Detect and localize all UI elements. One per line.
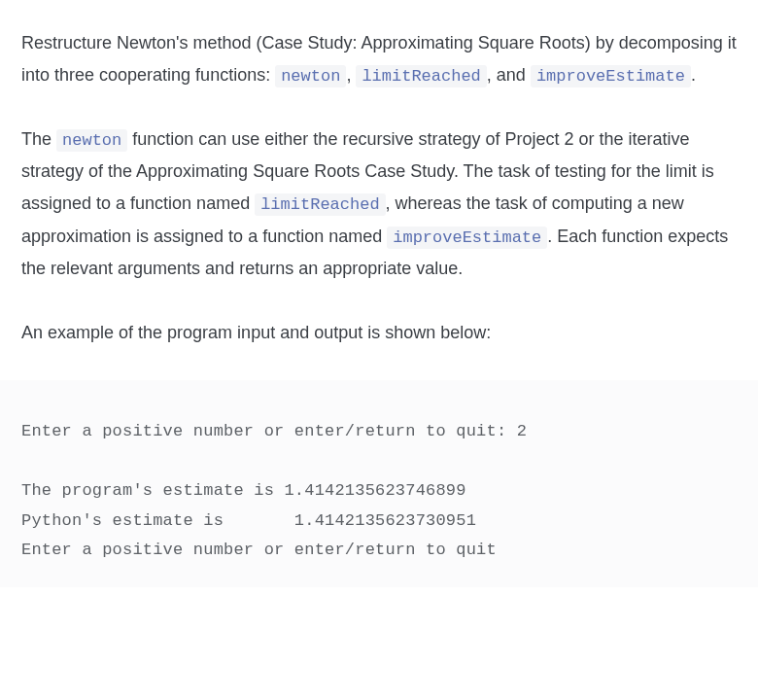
- instruction-paragraph-3: An example of the program input and outp…: [21, 317, 737, 349]
- code-limitreached: limitReached: [255, 193, 385, 216]
- code-newton: newton: [275, 65, 346, 88]
- text: ,: [346, 65, 356, 85]
- text: The: [21, 129, 56, 149]
- text: An example of the program input and outp…: [21, 323, 491, 342]
- code-newton: newton: [56, 129, 127, 152]
- code-improveestimate: improveEstimate: [531, 65, 691, 88]
- program-output-block: Enter a positive number or enter/return …: [0, 380, 758, 587]
- code-limitreached: limitReached: [356, 65, 486, 88]
- text: .: [691, 65, 696, 85]
- code-improveestimate: improveEstimate: [387, 227, 547, 249]
- instruction-paragraph-1: Restructure Newton's method (Case Study:…: [21, 27, 737, 92]
- text: , and: [487, 65, 531, 85]
- instruction-paragraph-2: The newton function can use either the r…: [21, 123, 737, 286]
